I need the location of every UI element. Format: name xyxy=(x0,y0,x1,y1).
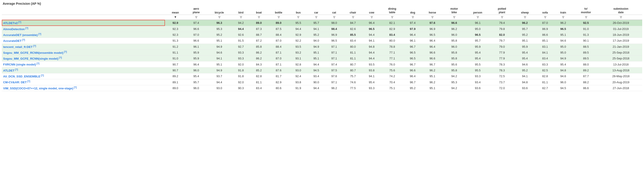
cell-potted-plant: 79.4 xyxy=(490,20,514,26)
model-name-link[interactable]: FXRCNN (single model) xyxy=(3,63,36,66)
sort-arrow-cat-icon[interactable]: ▽ xyxy=(333,16,335,19)
cell-boat: 85.2 xyxy=(250,67,268,73)
cell-person: 95.4 xyxy=(465,56,490,61)
model-ref-link[interactable]: [?] xyxy=(36,62,40,65)
cell-dining-table: 77.1 xyxy=(381,56,404,61)
cell-mean: 89.0 xyxy=(165,85,186,91)
col-header-cat: cat xyxy=(325,6,343,15)
model-name-link[interactable]: AccurateDET xyxy=(3,39,22,43)
sort-bus[interactable]: ▽ xyxy=(290,15,308,20)
sort-mean[interactable]: ▼ xyxy=(165,15,186,20)
sort-arrow-motor-bike-icon[interactable]: ▽ xyxy=(453,16,455,19)
sort-potted-plant[interactable]: ▽ xyxy=(490,15,514,20)
sort-aeroplane[interactable]: ▽ xyxy=(186,15,207,20)
sort-motor-bike[interactable]: ▽ xyxy=(443,15,465,20)
cell-bird: 91.8 xyxy=(232,73,250,79)
cell-aeroplane: 96.0 xyxy=(186,85,207,91)
model-ref-link[interactable]: [?] xyxy=(73,86,77,89)
sort-car[interactable]: ▽ xyxy=(307,15,325,20)
sort-arrow-chair-icon[interactable]: ▽ xyxy=(352,16,354,19)
model-ref-link[interactable]: [?] xyxy=(27,80,30,83)
model-ref-link[interactable]: [?] xyxy=(22,39,25,41)
cell-cat: 97.6 xyxy=(325,73,343,79)
cell-person: 95.0 xyxy=(465,26,490,32)
table-row: Ali_DCN_SSD_ENSEMBLE [?]89.295.493.791.8… xyxy=(2,73,642,79)
sort-arrow-bottle-icon[interactable]: ▽ xyxy=(278,16,280,19)
sort-bottle[interactable]: ▽ xyxy=(268,15,290,20)
sort-arrow-aeroplane-icon[interactable]: ▽ xyxy=(195,16,197,19)
sort-arrow-bus-icon[interactable]: ▽ xyxy=(297,16,299,19)
col-header-submission-date: submissiondate xyxy=(600,6,642,15)
cell-bird: 93.3 xyxy=(232,50,250,55)
model-name-link[interactable]: Sogou_MM_GCFE_RCNN(ensemble model) xyxy=(3,51,63,55)
model-name-link[interactable]: Ali_DCN_SSD_ENSEMBLE xyxy=(3,75,40,78)
cell-sheep: 95.4 xyxy=(514,50,536,55)
model-name-link[interactable]: CM-CV&AR: DET xyxy=(3,81,27,84)
sort-arrow-bicycle-icon[interactable]: ▽ xyxy=(218,16,220,19)
model-ref-link[interactable]: [?] xyxy=(63,51,67,53)
sort-train[interactable]: ▽ xyxy=(554,15,572,20)
sort-arrow-person-icon[interactable]: ▽ xyxy=(477,16,478,19)
cell-horse: 96.2 xyxy=(422,79,443,85)
model-name-link[interactable]: ATLDETv2 xyxy=(3,22,18,25)
sort-arrow-car-icon[interactable]: ▽ xyxy=(315,16,317,19)
sort-arrow-cow-icon[interactable]: ▽ xyxy=(371,16,372,19)
sort-arrow-dining-table-icon[interactable]: ▽ xyxy=(391,16,393,19)
sort-person[interactable]: ▽ xyxy=(465,15,490,20)
cell-potted-plant: 72.5 xyxy=(490,73,514,79)
model-ref-link[interactable]: [?] xyxy=(38,33,41,35)
col-header-boat: boat xyxy=(250,6,268,15)
col-header-bird: bird xyxy=(232,6,250,15)
cell-bicycle: 94.4 xyxy=(206,79,232,85)
sort-arrow-tv-monitor-icon[interactable]: ▽ xyxy=(585,16,587,19)
sort-arrow-sofa-icon[interactable]: ▽ xyxy=(544,16,546,19)
cell-boat: 84.3 xyxy=(250,61,268,67)
sort-dog[interactable]: ▽ xyxy=(404,15,422,20)
sort-arrow-sheep-icon[interactable]: ▽ xyxy=(524,16,526,19)
sort-bicycle[interactable]: ▽ xyxy=(206,15,232,20)
model-ref-link[interactable]: [?] xyxy=(58,57,62,59)
cell-horse: 96.2 xyxy=(422,67,443,73)
sort-submission-date[interactable]: ▽ xyxy=(600,15,642,20)
model-ref-link[interactable]: [?] xyxy=(25,27,28,30)
sort-arrow-boat-icon[interactable]: ▽ xyxy=(258,16,260,19)
sort-cat[interactable]: ▽ xyxy=(325,15,343,20)
sort-sofa[interactable]: ▽ xyxy=(536,15,554,20)
model-ref-link[interactable]: [?] xyxy=(32,45,36,47)
sort-horse[interactable]: ▽ xyxy=(422,15,443,20)
sort-cow[interactable]: ▽ xyxy=(363,15,381,20)
table-row: ATLDETv2 [?]92.997.496.394.289.089.095.5… xyxy=(2,20,642,26)
model-ref-link[interactable]: [?] xyxy=(18,21,21,23)
cell-dog: 96.4 xyxy=(404,32,422,38)
sort-bird[interactable]: ▽ xyxy=(232,15,250,20)
cell-tv-monitor: 86.6 xyxy=(572,85,600,91)
sort-arrow-mean-icon[interactable]: ▼ xyxy=(174,15,177,19)
sort-chair[interactable]: ▽ xyxy=(343,15,363,20)
sort-arrow-train-icon[interactable]: ▽ xyxy=(562,16,564,19)
sort-arrow-horse-icon[interactable]: ▽ xyxy=(432,16,433,19)
sort-arrow-submission-date-icon[interactable]: ▽ xyxy=(620,16,622,19)
model-ref-link[interactable]: [?] xyxy=(14,68,18,71)
model-name-cell: AInnoDetection [?] xyxy=(2,26,165,32)
cell-chair: 77.5 xyxy=(343,85,363,91)
model-name-link[interactable]: AccurateDET (ensemble) xyxy=(3,33,38,37)
model-name-link[interactable]: AInnoDetection xyxy=(3,28,25,31)
cell-car: 94.4 xyxy=(307,61,325,67)
sort-dining-table[interactable]: ▽ xyxy=(381,15,404,20)
sort-sheep[interactable]: ▽ xyxy=(514,15,536,20)
cell-chair: 75.7 xyxy=(343,73,363,79)
sort-arrow-dog-icon[interactable]: ▽ xyxy=(412,16,414,19)
model-ref-link[interactable]: [?] xyxy=(40,74,44,77)
model-name-link[interactable]: Sogou_MM_GCFE_RCNN(single model) xyxy=(3,57,58,60)
cell-bottle: 88.4 xyxy=(268,32,290,38)
cell-train: 94.8 xyxy=(554,67,572,73)
cell-aeroplane: 95.9 xyxy=(186,56,207,61)
model-name-link[interactable]: VIM_SSD(COCO+07++12, single model, one-s… xyxy=(3,87,73,90)
model-name-link[interactable]: tencent_retail_ft:DET xyxy=(3,45,32,49)
sort-tv-monitor[interactable]: ▽ xyxy=(572,15,600,20)
sort-arrow-bird-icon[interactable]: ▽ xyxy=(240,16,242,19)
sort-boat[interactable]: ▽ xyxy=(250,15,268,20)
cell-motor-bike: 95.8 xyxy=(443,38,465,44)
sort-arrow-potted-plant-icon[interactable]: ▽ xyxy=(501,16,503,19)
model-name-link[interactable]: ATLDET xyxy=(3,69,14,72)
